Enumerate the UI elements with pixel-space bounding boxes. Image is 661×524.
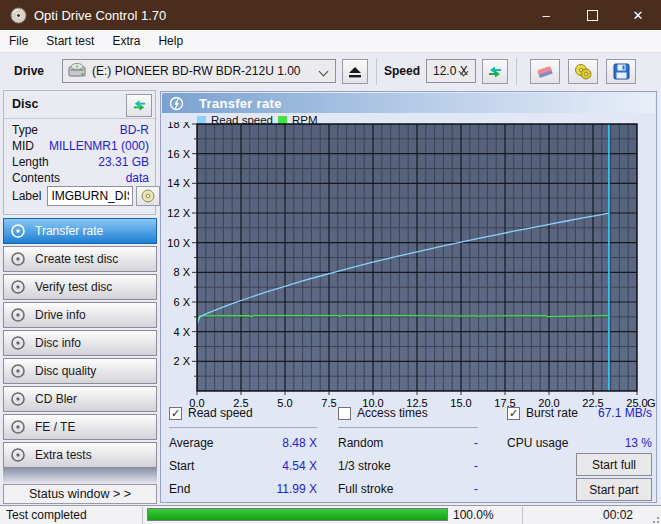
burst-cpu-results: Burst rate 67.1 MB/s CPU usage13 % <box>507 405 652 421</box>
cd-icon <box>10 307 26 323</box>
eject-button[interactable] <box>342 59 368 84</box>
menu-start-test[interactable]: Start test <box>37 30 103 52</box>
sidebar-item-drive-info[interactable]: Drive info <box>3 302 157 328</box>
disc-label-caption: Label <box>12 189 41 203</box>
sidebar-item-cd-bler[interactable]: CD Bler <box>3 386 157 412</box>
chart-header: Transfer rate <box>162 93 655 113</box>
resize-grip[interactable] <box>649 513 659 523</box>
statusbar: Test completed 100.0% 00:02 <box>0 505 661 524</box>
menu-help[interactable]: Help <box>149 30 192 52</box>
main-panel: Transfer rate Read speed RPM 2 X4 X6 X8 … <box>160 91 657 503</box>
svg-text:8 X: 8 X <box>173 266 190 278</box>
sidebar-item-create-test-disc[interactable]: Create test disc <box>3 246 157 272</box>
cd-icon <box>10 335 26 351</box>
save-floppy-icon <box>613 63 630 80</box>
access-times-checkbox[interactable] <box>338 407 351 420</box>
start-part-button[interactable]: Start part <box>576 478 652 501</box>
read-speed-checkbox[interactable] <box>169 407 182 420</box>
disc-panel: Disc TypeBD-R MIDMILLENMR1 (000) Length2… <box>3 90 156 215</box>
divider <box>142 507 143 524</box>
divider <box>522 507 523 524</box>
refresh-icon <box>132 98 147 113</box>
sidebar-filler <box>3 468 157 484</box>
save-button[interactable] <box>606 59 636 84</box>
maximize-button[interactable] <box>569 0 615 30</box>
disc-row-length: Length23.31 GB <box>12 155 149 169</box>
result-row-end: End11.99 X <box>169 482 317 496</box>
disc-label-row: Label <box>12 186 160 206</box>
divider <box>338 427 478 428</box>
sidebar-item-disc-quality[interactable]: Disc quality <box>3 358 157 384</box>
result-row-start: Start4.54 X <box>169 459 317 473</box>
sidebar-item-extra-tests[interactable]: Extra tests <box>3 442 157 468</box>
disc-row-mid: MIDMILLENMR1 (000) <box>12 139 149 153</box>
speed-select[interactable]: 12.0 X <box>426 59 476 83</box>
status-text: Test completed <box>6 508 87 522</box>
maximize-icon <box>587 10 598 21</box>
close-button[interactable]: ✕ <box>615 0 661 30</box>
app-icon <box>10 7 27 24</box>
svg-text:2 X: 2 X <box>173 355 190 367</box>
chevron-down-icon <box>319 67 329 77</box>
app-window: Opti Drive Control 1.70 – ✕ File Start t… <box>0 0 661 524</box>
transfer-rate-chart: 2 X4 X6 X8 X10 X12 X14 X16 X18 X0.02.55.… <box>161 122 656 408</box>
burst-rate-checkbox[interactable] <box>507 407 520 420</box>
result-row-random: Random- <box>338 436 478 450</box>
cd-icon <box>10 223 26 239</box>
optical-drive-icon <box>68 63 86 79</box>
sidebar-item-fe-te[interactable]: FE / TE <box>3 414 157 440</box>
sidebar-item-transfer-rate[interactable]: Transfer rate <box>3 218 157 244</box>
toolbar: Drive (E:) PIONEER BD-RW BDR-212U 1.00 S… <box>0 53 661 90</box>
divider <box>169 427 317 428</box>
disc-label-button[interactable] <box>136 186 160 206</box>
cd-icon <box>10 391 26 407</box>
result-row-cpu: CPU usage13 % <box>507 436 652 450</box>
svg-text:18 X: 18 X <box>167 122 190 130</box>
result-row-third-stroke: 1/3 stroke- <box>338 459 478 473</box>
titlebar: Opti Drive Control 1.70 – ✕ <box>0 0 661 30</box>
erase-disc-button[interactable] <box>530 59 560 84</box>
gold-discs-icon <box>573 63 593 80</box>
test-discs-button[interactable] <box>568 59 598 84</box>
start-full-button[interactable]: Start full <box>576 453 652 476</box>
menu-file[interactable]: File <box>0 30 37 52</box>
disc-row-contents: Contentsdata <box>12 171 149 185</box>
cd-icon <box>10 279 26 295</box>
progress-percent: 100.0% <box>453 508 494 522</box>
svg-text:6 X: 6 X <box>173 296 190 308</box>
transfer-rate-icon <box>169 96 184 111</box>
read-speed-title: Read speed <box>188 406 253 420</box>
svg-text:10 X: 10 X <box>167 237 190 249</box>
progress-bar <box>147 508 448 521</box>
refresh-speeds-button[interactable] <box>482 59 508 84</box>
sidebar-item-verify-test-disc[interactable]: Verify test disc <box>3 274 157 300</box>
menubar: File Start test Extra Help <box>0 30 661 53</box>
cd-icon <box>10 251 26 267</box>
disc-label-input[interactable] <box>47 186 133 206</box>
sidebar: Transfer rateCreate test discVerify test… <box>3 218 157 470</box>
result-row-full-stroke: Full stroke- <box>338 482 478 496</box>
cd-icon <box>10 419 26 435</box>
cd-icon <box>141 189 155 203</box>
svg-text:4 X: 4 X <box>173 326 190 338</box>
disc-panel-title: Disc <box>12 97 38 111</box>
access-times-results: Access times Random- 1/3 stroke- Full st… <box>338 405 478 428</box>
eraser-icon <box>535 64 555 80</box>
burst-rate-value: 67.1 MB/s <box>598 406 652 420</box>
burst-rate-title: Burst rate <box>526 406 578 420</box>
disc-refresh-button[interactable] <box>126 94 152 117</box>
speed-label: Speed <box>384 64 420 78</box>
sidebar-item-disc-info[interactable]: Disc info <box>3 330 157 356</box>
cd-icon <box>10 447 26 463</box>
cd-icon <box>10 363 26 379</box>
status-window-button[interactable]: Status window > > <box>3 484 157 504</box>
toolbar-separator-1 <box>376 58 377 85</box>
drive-select[interactable]: (E:) PIONEER BD-RW BDR-212U 1.00 <box>62 59 336 83</box>
menu-extra[interactable]: Extra <box>103 30 149 52</box>
disc-row-type: TypeBD-R <box>12 123 149 137</box>
minimize-button[interactable]: – <box>523 0 569 30</box>
minimize-icon: – <box>542 8 549 23</box>
elapsed-time: 00:02 <box>525 508 633 522</box>
svg-text:7.5: 7.5 <box>321 397 336 408</box>
svg-text:14 X: 14 X <box>167 177 190 189</box>
